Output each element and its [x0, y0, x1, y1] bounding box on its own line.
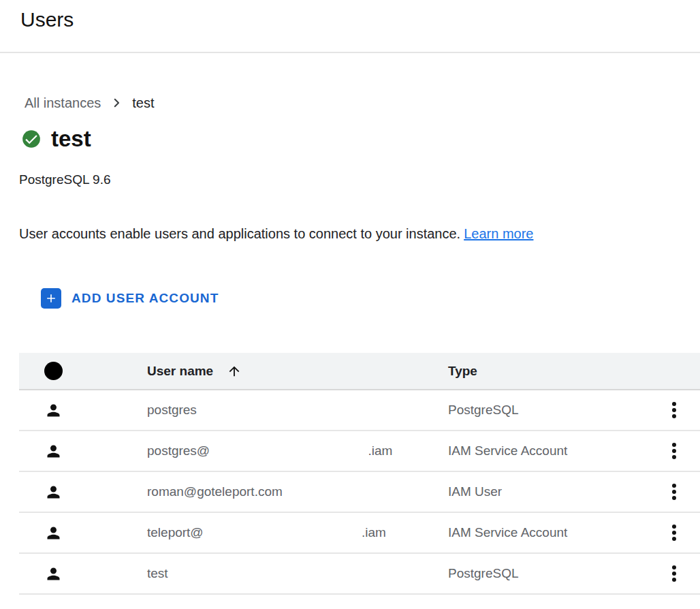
page-header: Users	[0, 0, 700, 53]
user-name-cell: teleport@ .iam	[147, 525, 448, 540]
user-name-cell: test	[147, 566, 448, 581]
user-name-cell: postgres@ .iam	[147, 443, 448, 458]
person-icon	[44, 565, 63, 583]
user-type-cell: IAM Service Account	[448, 525, 648, 540]
table-row: test PostgreSQL	[19, 554, 700, 595]
table-header-row: User name Type	[19, 353, 700, 390]
user-type-cell: PostgreSQL	[448, 566, 648, 581]
row-actions-cell	[648, 399, 700, 421]
row-menu-button[interactable]	[669, 563, 679, 584]
row-avatar-cell	[19, 565, 147, 583]
person-icon	[44, 401, 63, 420]
person-icon	[44, 442, 63, 460]
table-row: roman@goteleport.com IAM User	[19, 472, 700, 513]
breadcrumb-current: test	[132, 94, 154, 112]
row-avatar-cell	[19, 524, 147, 542]
instance-version: PostgreSQL 9.6	[19, 172, 700, 188]
user-type-cell: PostgreSQL	[448, 403, 648, 418]
row-avatar-cell	[19, 401, 147, 420]
instance-heading: test	[22, 124, 700, 154]
page-title: Users	[20, 7, 700, 33]
instance-name: test	[51, 124, 91, 154]
user-name-header-label: User name	[147, 364, 213, 379]
person-icon	[44, 483, 63, 501]
add-user-account-label: ADD USER ACCOUNT	[71, 291, 219, 306]
row-avatar-cell	[19, 442, 147, 460]
user-name-cell: postgres	[147, 403, 448, 418]
row-actions-cell	[648, 522, 700, 544]
table-row: teleport@ .iam IAM Service Account	[19, 513, 700, 554]
users-table: User name Type postgres PostgreSQL postg…	[19, 353, 700, 595]
sort-ascending-icon	[227, 364, 242, 379]
user-type-cell: IAM Service Account	[448, 443, 648, 458]
avatar-placeholder-icon	[44, 362, 63, 380]
column-header-user-name[interactable]: User name	[147, 364, 448, 379]
learn-more-link[interactable]: Learn more	[464, 226, 533, 241]
intro-text: User accounts enable users and applicati…	[19, 226, 460, 241]
intro: User accounts enable users and applicati…	[19, 225, 700, 243]
user-type-cell: IAM User	[448, 484, 648, 499]
plus-icon	[41, 288, 61, 309]
row-menu-button[interactable]	[669, 399, 679, 421]
table-row: postgres@ .iam IAM Service Account	[19, 431, 700, 472]
row-actions-cell	[648, 563, 700, 584]
column-header-type[interactable]: Type	[448, 364, 648, 379]
chevron-right-icon	[110, 97, 123, 109]
user-name-cell: roman@goteleport.com	[147, 484, 448, 499]
header-avatar-cell	[19, 362, 147, 380]
row-avatar-cell	[19, 483, 147, 501]
row-menu-button[interactable]	[669, 440, 679, 462]
row-actions-cell	[648, 440, 700, 462]
table-row: postgres PostgreSQL	[19, 390, 700, 431]
main-content: All instances test test PostgreSQL 9.6 U…	[0, 94, 700, 595]
breadcrumb-all-instances[interactable]: All instances	[25, 94, 101, 112]
row-actions-cell	[648, 481, 700, 503]
row-menu-button[interactable]	[669, 522, 679, 544]
status-check-circle-icon	[22, 129, 41, 149]
add-user-account-button[interactable]: ADD USER ACCOUNT	[41, 287, 219, 309]
person-icon	[44, 524, 63, 542]
row-menu-button[interactable]	[669, 481, 679, 503]
breadcrumb: All instances test	[25, 94, 700, 112]
